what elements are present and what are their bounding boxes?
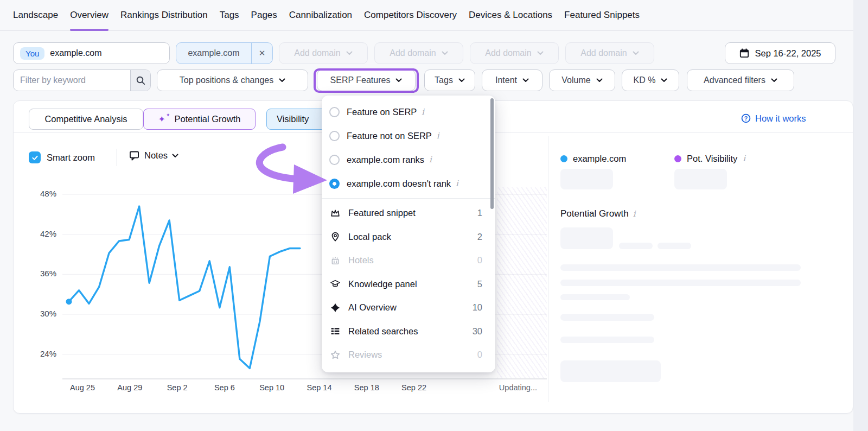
add-domain-label: Add domain	[390, 48, 436, 58]
serp-features-filter[interactable]: SERP Features	[317, 69, 416, 91]
kd-label: KD %	[634, 75, 656, 85]
intent-filter[interactable]: Intent	[482, 69, 542, 91]
feature-count: 30	[473, 326, 482, 337]
dropdown-scrollbar[interactable]	[490, 98, 494, 209]
feature-featured-snippet[interactable]: Featured snippet 1	[322, 201, 495, 225]
nav-item-pages[interactable]: Pages	[251, 0, 277, 31]
tab-potential-growth[interactable]: ✦✦ Potential Growth	[143, 109, 256, 130]
radio-icon[interactable]	[329, 131, 340, 141]
chevron-down-icon	[771, 78, 777, 83]
feature-name: Hotels	[348, 255, 470, 265]
sparkle-small-icon: ✦	[166, 113, 170, 118]
add-domain-dropdown-1[interactable]: Add domain	[279, 42, 368, 64]
feature-count: 10	[473, 302, 482, 313]
option-label: Feature on SERP	[347, 107, 417, 117]
notes-dropdown[interactable]: Notes	[129, 150, 178, 161]
keyword-filter-input[interactable]: Filter by keyword	[13, 69, 151, 91]
chevron-down-icon	[596, 78, 603, 83]
top-nav: Landscape Overview Rankings Distribution…	[0, 0, 853, 31]
search-button[interactable]	[130, 70, 150, 91]
option-feature-not-on-serp[interactable]: Feature not on SERPi	[322, 124, 495, 148]
add-domain-dropdown-2[interactable]: Add domain	[374, 42, 463, 64]
notes-label: Notes	[144, 150, 168, 161]
nav-item-featured-snippets[interactable]: Featured Snippets	[564, 0, 640, 31]
skeleton-loader	[560, 337, 654, 343]
info-icon[interactable]: i	[437, 132, 439, 140]
feature-hotels[interactable]: Hotels 0	[322, 249, 495, 272]
intent-label: Intent	[495, 75, 517, 85]
serp-features-dropdown: Feature on SERPi Feature not on SERPi ex…	[322, 96, 495, 372]
feature-name: Featured snippet	[348, 208, 470, 218]
map-pin-icon	[330, 231, 341, 242]
radio-icon[interactable]	[329, 155, 340, 165]
volume-filter[interactable]: Volume	[549, 69, 615, 91]
feature-name: Local pack	[348, 232, 470, 242]
smart-zoom-label: Smart zoom	[47, 153, 95, 163]
nav-item-landscape[interactable]: Landscape	[13, 0, 58, 31]
advanced-filters[interactable]: Advanced filters	[687, 69, 794, 91]
skeleton-loader	[560, 314, 654, 321]
chevron-down-icon	[633, 51, 639, 55]
chevron-down-icon	[458, 78, 465, 83]
tags-filter[interactable]: Tags	[424, 69, 475, 91]
radio-checked-icon[interactable]	[329, 179, 340, 189]
volume-label: Volume	[561, 75, 590, 85]
skeleton-loader	[619, 243, 653, 249]
kd-filter[interactable]: KD %	[622, 69, 679, 91]
smart-zoom-checkbox[interactable]	[29, 151, 41, 163]
competitor-domain-chip[interactable]: example.com ✕	[176, 42, 273, 64]
info-icon[interactable]: i	[633, 210, 636, 218]
option-domain-doesnt-rank[interactable]: example.com doesn't ranki	[322, 172, 495, 195]
how-it-works-link[interactable]: ? How it works	[741, 113, 806, 124]
feature-local-pack[interactable]: Local pack 2	[322, 225, 495, 249]
feature-count: 2	[477, 232, 482, 242]
you-domain-input[interactable]: You example.com	[13, 42, 170, 64]
skeleton-loader	[560, 169, 613, 189]
add-domain-dropdown-4[interactable]: Add domain	[565, 42, 654, 64]
loading-stripes-overlay	[497, 187, 547, 378]
close-icon[interactable]: ✕	[252, 48, 272, 58]
feature-reviews[interactable]: Reviews 0	[322, 343, 495, 367]
nav-item-tags[interactable]: Tags	[220, 0, 239, 31]
check-icon	[31, 154, 39, 162]
top-positions-filter[interactable]: Top positions & changes	[157, 69, 308, 91]
feature-ai-overview[interactable]: AI Overview 10	[322, 296, 495, 320]
skeleton-loader	[560, 360, 661, 382]
nav-item-rankings-distribution[interactable]: Rankings Distribution	[120, 0, 208, 31]
search-icon	[136, 75, 146, 86]
feature-knowledge-panel[interactable]: Knowledge panel 5	[322, 272, 495, 296]
option-label: example.com ranks	[347, 155, 424, 165]
info-icon[interactable]: i	[456, 180, 458, 188]
tags-label: Tags	[435, 75, 453, 85]
add-domain-dropdown-3[interactable]: Add domain	[470, 42, 559, 64]
sparkles-icon: ✦	[158, 115, 165, 124]
add-domain-label: Add domain	[580, 48, 627, 58]
page-right-gutter	[853, 0, 868, 431]
option-domain-ranks[interactable]: example.com ranksi	[322, 148, 495, 172]
question-circle-icon: ?	[741, 113, 751, 124]
nav-item-competitors-discovery[interactable]: Competitors Discovery	[364, 0, 457, 31]
tab-competitive-analysis[interactable]: Competitive Analysis	[29, 109, 143, 130]
controls-divider	[117, 149, 117, 166]
svg-text:?: ?	[744, 115, 748, 122]
potential-growth-title: Potential Growth i	[560, 208, 636, 219]
nav-item-cannibalization[interactable]: Cannibalization	[289, 0, 352, 31]
feature-related-searches[interactable]: Related searches 30	[322, 320, 495, 344]
tab-label: Competitive Analysis	[44, 114, 127, 124]
info-icon[interactable]: i	[429, 156, 432, 164]
radio-icon[interactable]	[329, 107, 340, 117]
chevron-down-icon	[346, 51, 353, 55]
option-feature-on-serp[interactable]: Feature on SERPi	[322, 100, 495, 124]
date-range-picker[interactable]: Sep 16-22, 2025	[725, 42, 835, 64]
info-icon[interactable]: i	[422, 108, 424, 116]
info-icon[interactable]: i	[743, 155, 745, 163]
nav-item-overview[interactable]: Overview	[70, 0, 108, 31]
note-bubble-icon	[129, 150, 140, 161]
nav-item-devices-locations[interactable]: Devices & Locations	[469, 0, 552, 31]
four-point-star-icon	[330, 302, 341, 313]
legend-label: Pot. Visibility	[687, 154, 737, 164]
top-positions-label: Top positions & changes	[180, 75, 273, 85]
chevron-down-icon	[172, 154, 178, 158]
chevron-down-icon	[279, 78, 285, 83]
feature-count: 0	[477, 350, 482, 360]
